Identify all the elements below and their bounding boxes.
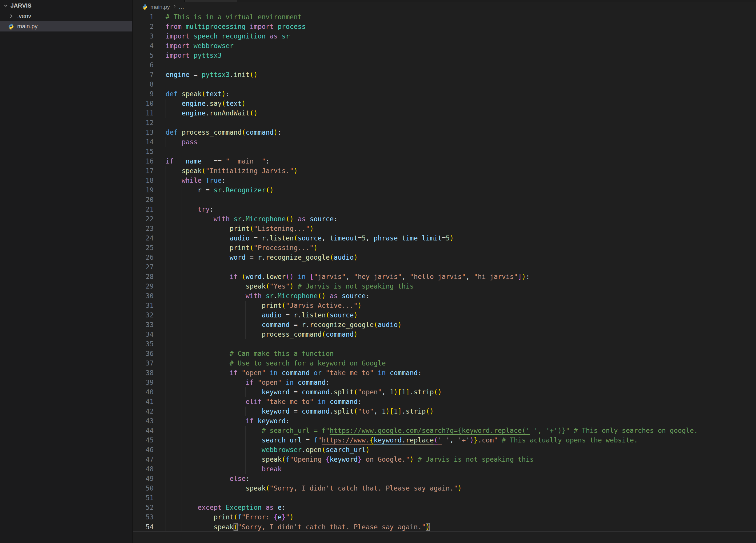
code-line[interactable]: 4import webbrowser [133, 41, 756, 51]
line-number[interactable]: 28 [133, 272, 154, 282]
code-line[interactable]: 51 [133, 493, 756, 503]
line-number[interactable]: 48 [133, 464, 154, 474]
line-number[interactable]: 43 [133, 416, 154, 426]
code-line[interactable]: 44 # search_url = f"https://www.google.c… [133, 426, 756, 435]
code-line[interactable]: 25 print("Processing...") [133, 243, 756, 253]
breadcrumb-file[interactable]: main.py [150, 4, 170, 10]
code-line[interactable]: 35 [133, 339, 756, 349]
line-number[interactable]: 40 [133, 387, 154, 397]
line-number[interactable]: 23 [133, 224, 154, 233]
code-line[interactable]: 28 if (word.lower() in ["jarvis", "hey j… [133, 272, 756, 282]
line-number[interactable]: 54 [133, 522, 154, 531]
code-line[interactable]: 39 if "open" in command: [133, 378, 756, 387]
line-number[interactable]: 20 [133, 195, 154, 205]
code-line[interactable]: 43 if keyword: [133, 416, 756, 426]
line-number[interactable]: 31 [133, 301, 154, 310]
code-line[interactable]: 19 r = sr.Recognizer() [133, 185, 756, 195]
explorer-section-header[interactable]: JARVIS [0, 0, 132, 11]
line-number[interactable]: 52 [133, 503, 154, 512]
line-number[interactable]: 45 [133, 435, 154, 445]
line-number[interactable]: 17 [133, 166, 154, 176]
code-line[interactable]: 13def process_command(command): [133, 128, 756, 137]
tab-strip[interactable] [133, 0, 756, 2]
tree-item-venv[interactable]: .venv [0, 11, 132, 21]
breadcrumb-more[interactable]: ... [179, 4, 185, 10]
line-number[interactable]: 33 [133, 320, 154, 330]
line-number[interactable]: 37 [133, 359, 154, 368]
code-line[interactable]: 26 word = r.recognize_google(audio) [133, 253, 756, 262]
line-number[interactable]: 36 [133, 349, 154, 359]
code-line[interactable]: 22 with sr.Microphone() as source: [133, 214, 756, 224]
line-number[interactable]: 29 [133, 282, 154, 291]
line-number[interactable]: 4 [133, 41, 154, 51]
code-line[interactable]: 33 command = r.recognize_google(audio) [133, 320, 756, 330]
line-number[interactable]: 18 [133, 176, 154, 185]
code-line[interactable]: 5import pyttsx3 [133, 51, 756, 60]
breadcrumb[interactable]: main.py ... [133, 2, 756, 12]
line-number[interactable]: 2 [133, 22, 154, 31]
code-line[interactable]: 45 search_url = f"https://www.{keyword.r… [133, 435, 756, 445]
code-line[interactable]: 6 [133, 60, 756, 70]
line-number[interactable]: 24 [133, 233, 154, 243]
line-number[interactable]: 38 [133, 368, 154, 378]
code-line[interactable]: 8 [133, 80, 756, 89]
code-line[interactable]: 23 print("Listening...") [133, 224, 756, 233]
line-number[interactable]: 5 [133, 51, 154, 60]
code-line[interactable]: 1# This is in a virtual environment [133, 12, 756, 22]
line-number[interactable]: 32 [133, 310, 154, 320]
code-line[interactable]: 31 print("Jarvis Active...") [133, 301, 756, 310]
line-number[interactable]: 41 [133, 397, 154, 407]
line-number[interactable]: 10 [133, 99, 154, 108]
code-line[interactable]: 14 pass [133, 137, 756, 147]
code-line[interactable]: 49 else: [133, 474, 756, 484]
code-line[interactable]: 12 [133, 118, 756, 128]
line-number[interactable]: 8 [133, 80, 154, 89]
code-line[interactable]: 52 except Exception as e: [133, 503, 756, 512]
line-number[interactable]: 15 [133, 147, 154, 157]
code-line[interactable]: 29 speak("Yes") # Jarvis is not speaking… [133, 282, 756, 291]
line-number[interactable]: 12 [133, 118, 154, 128]
line-number[interactable]: 14 [133, 137, 154, 147]
line-number[interactable]: 39 [133, 378, 154, 387]
line-number[interactable]: 46 [133, 445, 154, 455]
line-number[interactable]: 7 [133, 70, 154, 80]
line-number[interactable]: 42 [133, 407, 154, 416]
line-number[interactable]: 47 [133, 455, 154, 464]
code-line[interactable]: 41 elif "take me to" in command: [133, 397, 756, 407]
line-number[interactable]: 34 [133, 330, 154, 339]
code-line[interactable]: 3import speech_recognition as sr [133, 31, 756, 41]
line-number[interactable]: 22 [133, 214, 154, 224]
line-number[interactable]: 6 [133, 60, 154, 70]
code-line[interactable]: 9def speak(text): [133, 89, 756, 99]
line-number[interactable]: 3 [133, 31, 154, 41]
code-line[interactable]: 21 try: [133, 205, 756, 214]
code-line[interactable]: 48 break [133, 464, 756, 474]
code-line[interactable]: 53 print(f"Error: {e}") [133, 512, 756, 522]
code-line[interactable]: 11 engine.runAndWait() [133, 108, 756, 118]
code-line[interactable]: 10 engine.say(text) [133, 99, 756, 108]
code-line[interactable]: 34 process_command(command) [133, 330, 756, 339]
code-line[interactable]: 50 speak("Sorry, I didn't catch that. Pl… [133, 484, 756, 493]
line-number[interactable]: 25 [133, 243, 154, 253]
code-line[interactable]: 46 webbrowser.open(search_url) [133, 445, 756, 455]
line-number[interactable]: 21 [133, 205, 154, 214]
code-line[interactable]: 37 # Use to search for a keyword on Goog… [133, 359, 756, 368]
code-line[interactable]: 7engine = pyttsx3.init() [133, 70, 756, 80]
code-line[interactable]: 36 # Can make this a function [133, 349, 756, 359]
line-number[interactable]: 35 [133, 339, 154, 349]
code-line[interactable]: 20 [133, 195, 756, 205]
line-number[interactable]: 51 [133, 493, 154, 503]
code-line[interactable]: 24 audio = r.listen(source, timeout=5, p… [133, 233, 756, 243]
line-number[interactable]: 16 [133, 157, 154, 166]
tree-item-main-py[interactable]: main.py [0, 21, 132, 31]
code-line[interactable]: 40 keyword = command.split("open", 1)[1]… [133, 387, 756, 397]
code-line[interactable]: 18 while True: [133, 176, 756, 185]
line-number[interactable]: 27 [133, 262, 154, 272]
code-line[interactable]: 2from multiprocessing import process [133, 22, 756, 31]
line-number[interactable]: 49 [133, 474, 154, 484]
code-line[interactable]: 38 if "open" in command or "take me to" … [133, 368, 756, 378]
line-number[interactable]: 30 [133, 291, 154, 301]
code-area[interactable]: 1# This is in a virtual environment2from… [133, 12, 756, 543]
code-line[interactable]: 15 [133, 147, 756, 157]
code-line[interactable]: 30 with sr.Microphone() as source: [133, 291, 756, 301]
